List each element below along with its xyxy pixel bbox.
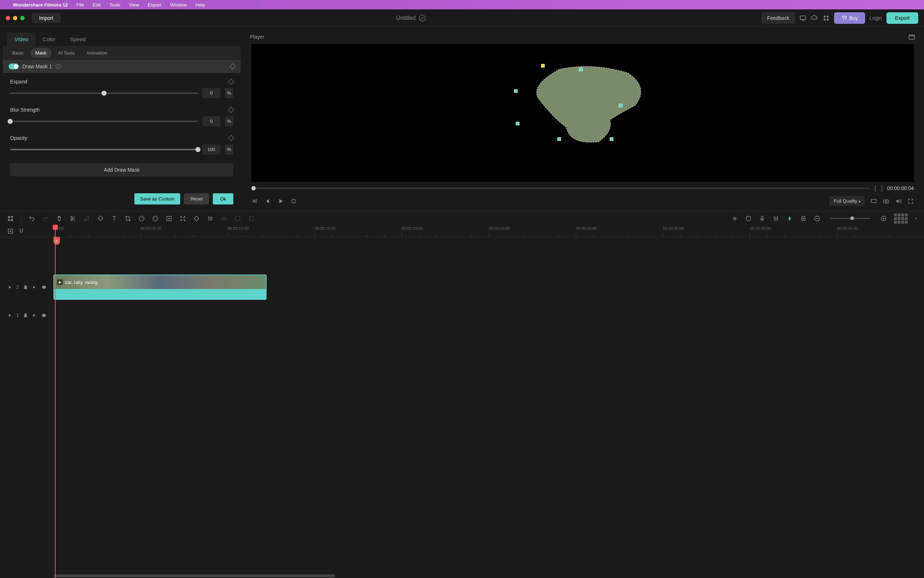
feedback-button[interactable]: Feedback	[762, 12, 795, 24]
mask-handle[interactable]	[516, 122, 519, 125]
adjust-icon[interactable]	[207, 215, 214, 222]
mask-handle[interactable]	[514, 89, 518, 93]
cut-icon[interactable]	[70, 215, 76, 222]
opacity-slider[interactable]	[10, 149, 198, 150]
render-icon[interactable]	[248, 215, 255, 222]
dropdown-caret-icon[interactable]: ▾	[915, 216, 917, 220]
tag-icon[interactable]	[97, 215, 104, 222]
shield-icon[interactable]	[745, 215, 752, 222]
buy-button[interactable]: Buy	[834, 12, 865, 24]
apps-grid-icon[interactable]	[822, 15, 830, 22]
playhead[interactable]	[55, 226, 56, 578]
prev-frame-icon[interactable]	[251, 198, 258, 205]
tab-speed[interactable]: Speed	[63, 32, 93, 46]
import-button[interactable]: Import	[32, 13, 61, 23]
horizontal-scrollbar[interactable]	[0, 575, 924, 578]
mic-icon[interactable]	[759, 215, 765, 222]
export-button[interactable]: Export	[887, 12, 918, 24]
mask-handle[interactable]	[558, 137, 561, 141]
tab-video[interactable]: Video	[7, 32, 36, 46]
app-name[interactable]: Wondershare Filmora 12	[13, 2, 68, 8]
visibility-icon[interactable]	[42, 313, 46, 318]
mark-in-icon[interactable]: {	[874, 184, 876, 192]
opacity-value[interactable]: 100	[202, 144, 220, 154]
quality-select[interactable]: Full Quality ▾	[829, 196, 865, 206]
lock-icon[interactable]	[23, 313, 28, 318]
keyframe-mask-icon[interactable]	[230, 63, 236, 70]
zoom-in-icon[interactable]	[880, 215, 887, 222]
mask-handle[interactable]	[619, 104, 622, 107]
delete-icon[interactable]	[56, 215, 63, 222]
camera-icon[interactable]	[883, 198, 889, 205]
tab-animation[interactable]: Animation	[81, 48, 112, 58]
mask-handle[interactable]	[541, 64, 545, 68]
blur-slider-thumb[interactable]	[8, 119, 13, 124]
blur-value[interactable]: 0	[202, 116, 220, 127]
preview-viewport[interactable]	[251, 44, 914, 182]
menu-window[interactable]: Window	[170, 2, 187, 8]
video-clip[interactable]: ▶ car, rally, racing	[53, 274, 267, 300]
screen-record-icon[interactable]	[799, 15, 807, 22]
razor-icon[interactable]	[786, 215, 793, 222]
scrubber-thumb[interactable]	[251, 186, 256, 190]
opacity-slider-thumb[interactable]	[195, 147, 201, 152]
tab-basic[interactable]: Basic	[7, 48, 29, 58]
track-height-icon[interactable]	[894, 213, 908, 224]
tab-mask[interactable]: Mask	[30, 48, 52, 58]
play-icon[interactable]	[277, 198, 284, 205]
save-custom-button[interactable]: Save as Custom	[135, 193, 180, 205]
close-window-button[interactable]	[6, 16, 10, 20]
fullscreen-icon[interactable]	[908, 198, 914, 205]
marker-icon[interactable]	[800, 215, 807, 222]
tab-color[interactable]: Color	[36, 32, 63, 46]
project-title[interactable]: Untitled	[396, 15, 416, 21]
cloud-icon[interactable]	[811, 15, 818, 22]
redo-icon[interactable]	[42, 215, 49, 222]
display-icon[interactable]	[871, 198, 877, 205]
expand-slider-thumb[interactable]	[102, 91, 107, 96]
add-draw-mask-button[interactable]: Add Draw Mask	[10, 163, 233, 176]
info-icon[interactable]: i	[56, 64, 61, 69]
zoom-out-icon[interactable]	[814, 215, 820, 222]
lock-icon[interactable]	[23, 285, 28, 290]
menu-view[interactable]: View	[129, 2, 139, 8]
menu-help[interactable]: Help	[195, 2, 205, 8]
expand-value[interactable]: 0	[202, 88, 220, 98]
freeze-icon[interactable]	[166, 215, 172, 222]
maximize-window-button[interactable]	[20, 16, 24, 20]
snapshot-icon[interactable]	[908, 33, 915, 41]
menu-edit[interactable]: Edit	[92, 2, 101, 8]
reset-button[interactable]: Reset	[184, 193, 209, 205]
auto-icon[interactable]	[731, 215, 738, 222]
mute-icon[interactable]	[32, 313, 37, 318]
menu-export[interactable]: Export	[148, 2, 162, 8]
scrollbar-thumb[interactable]	[53, 575, 335, 577]
grid-icon[interactable]	[7, 215, 14, 222]
mask-handle[interactable]	[610, 137, 613, 141]
minimize-window-button[interactable]	[13, 16, 17, 20]
mixer-icon[interactable]	[773, 215, 779, 222]
blur-slider[interactable]	[10, 121, 198, 122]
speed-icon[interactable]	[138, 215, 145, 222]
expand-icon[interactable]	[180, 215, 186, 222]
mask-handle[interactable]	[579, 68, 583, 71]
music-icon[interactable]	[83, 215, 90, 222]
keyframe-icon[interactable]	[193, 215, 200, 222]
player-scrubber[interactable]	[251, 187, 870, 189]
color-icon[interactable]	[152, 215, 159, 222]
menu-tools[interactable]: Tools	[109, 2, 120, 8]
mark-out-icon[interactable]: }	[881, 184, 883, 192]
zoom-slider[interactable]	[830, 218, 870, 219]
stop-icon[interactable]	[290, 198, 297, 205]
expand-slider[interactable]	[10, 93, 198, 94]
text-icon[interactable]	[111, 215, 117, 222]
zoom-thumb[interactable]	[850, 216, 854, 220]
playhead-head-icon[interactable]	[53, 225, 58, 230]
magnet-icon[interactable]	[18, 228, 24, 234]
visibility-icon[interactable]	[42, 285, 46, 290]
crop-icon[interactable]	[125, 215, 131, 222]
play-backward-icon[interactable]	[264, 198, 271, 205]
mute-icon[interactable]	[32, 285, 37, 290]
keyframe-opacity-icon[interactable]	[228, 135, 234, 141]
time-ruler[interactable]: 00:0000:00:05:0000:00:10:0000:00:15:0000…	[53, 226, 924, 237]
